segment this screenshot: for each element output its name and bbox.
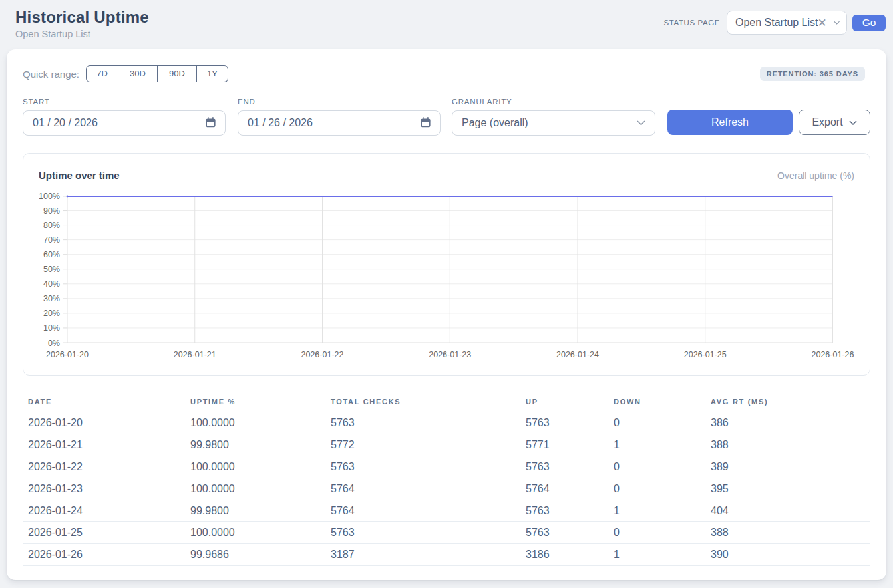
svg-text:2026-01-21: 2026-01-21 — [174, 350, 216, 359]
svg-text:20%: 20% — [43, 309, 60, 318]
svg-text:10%: 10% — [43, 323, 60, 333]
svg-text:80%: 80% — [43, 221, 60, 230]
svg-text:2026-01-25: 2026-01-25 — [684, 350, 727, 359]
svg-text:2026-01-23: 2026-01-23 — [429, 350, 471, 359]
svg-text:2026-01-22: 2026-01-22 — [301, 350, 344, 359]
svg-text:2026-01-26: 2026-01-26 — [812, 350, 854, 359]
svg-text:0%: 0% — [48, 339, 60, 348]
svg-text:50%: 50% — [43, 265, 60, 274]
svg-text:60%: 60% — [43, 250, 60, 259]
svg-text:30%: 30% — [43, 294, 60, 303]
svg-text:2026-01-20: 2026-01-20 — [46, 350, 89, 359]
svg-text:100%: 100% — [39, 192, 60, 201]
svg-text:2026-01-24: 2026-01-24 — [556, 350, 599, 359]
svg-text:70%: 70% — [43, 235, 60, 245]
svg-text:90%: 90% — [43, 206, 60, 216]
svg-text:40%: 40% — [43, 279, 60, 289]
